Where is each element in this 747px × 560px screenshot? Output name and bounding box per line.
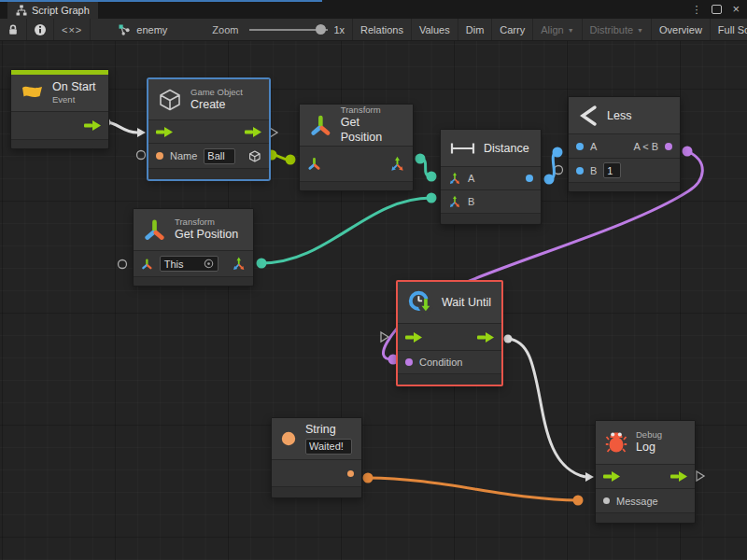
wire-getposition-to-distance-a [416,154,437,182]
node-debug-log[interactable]: Debug Log Message [595,420,696,524]
zoom-value: 1x [333,24,345,35]
target-object-field[interactable]: This [160,256,218,272]
node-get-position-mid[interactable]: Transform Get Position This [133,208,254,287]
flow-output-port[interactable] [84,120,101,131]
tab-bar: Script Graph ⋮ × [0,0,747,19]
node-title: Less [607,109,631,122]
node-on-start[interactable]: On Start Event [10,69,109,149]
node-get-position-top[interactable]: Transform Get Position [299,104,414,191]
wire-create-to-getposition [267,150,296,165]
dim-button[interactable]: Dim [458,19,493,40]
node-title: String [305,423,352,438]
node-category: Transform [341,105,403,116]
zoom-slider-handle[interactable] [316,24,326,35]
distribute-dropdown[interactable]: Distribute ▼ [583,19,652,40]
node-less[interactable]: Less A A < B B [568,96,681,192]
port-label: A [590,141,597,152]
game-object-output-port[interactable] [248,149,261,163]
flow-output-port[interactable] [477,332,494,343]
flow-input-port[interactable] [603,471,620,482]
port-label: Message [616,496,658,507]
unconnected-flow-marker[interactable] [270,128,277,137]
flow-output-port[interactable] [670,471,687,482]
unity-script-graph-window: Script Graph ⋮ × <×> [0,0,747,560]
transform-icon [309,114,332,137]
transform-input-port[interactable] [141,258,153,271]
chevron-down-icon: ▼ [637,27,643,34]
tab-title: Script Graph [32,5,90,16]
unconnected-port-marker[interactable] [137,151,146,160]
window-controls: ⋮ × [691,2,740,17]
overview-button[interactable]: Overview [652,19,711,40]
graph-reference-label[interactable]: enemy [136,24,167,35]
graph-reference-icon [119,24,131,35]
node-title: On Start [52,80,96,95]
port-label: B [468,196,474,207]
float-output-port[interactable] [526,175,533,182]
target-object-value: This [164,259,200,270]
edit-code-button[interactable]: <×> [54,19,91,40]
relations-button[interactable]: Relations [353,19,412,40]
wire-waituntil-to-debuglog [504,335,595,483]
carry-button[interactable]: Carry [492,19,533,40]
zoom-slider[interactable] [249,29,328,31]
vector3-output-port[interactable] [232,256,246,272]
node-string[interactable]: String [271,417,362,498]
game-object-icon [158,88,182,112]
inspect-button[interactable] [27,19,54,40]
window-menu-icon[interactable]: ⋮ [691,4,701,16]
lock-icon [7,23,20,36]
wire-string-to-debuglog [363,473,584,506]
fullscreen-button[interactable]: Full Screen [711,19,747,40]
node-subtitle: Event [52,94,96,105]
string-output-port[interactable] [347,470,354,477]
vector3-input-port-a[interactable] [448,172,461,185]
input-port-a[interactable] [576,143,584,150]
node-title: Wait Until [442,296,491,309]
result-label: A < B [633,141,658,152]
port-label: A [468,173,474,184]
wire-getposition-to-distance-b [257,193,437,269]
object-picker-icon[interactable] [204,259,214,269]
node-title: Get Position [341,116,403,145]
graph-toolbar: <×> enemy Zoom 1x Relations Values Dim C… [0,19,747,41]
bool-output-port[interactable] [665,143,672,150]
less-icon [578,105,599,127]
unconnected-port-marker[interactable] [119,260,127,269]
port-label: Condition [419,357,462,368]
port-label: B [590,165,597,176]
unconnected-flow-marker[interactable] [697,471,704,481]
node-title: Distance [484,142,529,155]
lock-button[interactable] [0,19,27,40]
string-icon [281,429,296,448]
message-input-port[interactable] [603,497,610,504]
string-value-field[interactable] [305,439,352,455]
maximize-icon[interactable] [712,5,722,14]
close-icon[interactable]: × [732,5,740,14]
flow-output-port[interactable] [245,127,261,137]
chevron-down-icon: ▼ [568,27,574,34]
graph-canvas[interactable]: On Start Event Game Object Create [0,41,747,560]
name-input-port[interactable] [156,152,163,160]
vector3-input-port-b[interactable] [448,195,461,208]
vector3-output-port[interactable] [389,156,405,172]
node-create[interactable]: Game Object Create Name [148,78,270,180]
node-distance[interactable]: Distance A B [440,129,542,225]
flow-input-port[interactable] [405,332,422,343]
values-button[interactable]: Values [412,19,458,40]
input-port-b[interactable] [576,167,584,175]
name-value-field[interactable] [204,148,235,164]
tab-script-graph[interactable]: Script Graph [7,2,98,19]
align-dropdown[interactable]: Align ▼ [533,19,582,40]
port-label: Name [170,150,197,161]
flow-input-port[interactable] [156,127,173,137]
b-value-field[interactable] [603,162,621,178]
node-wait-until[interactable]: Wait Until Condition [396,280,503,386]
info-icon [34,23,47,36]
node-title: Log [636,441,662,455]
code-icon: <×> [62,24,82,35]
condition-input-port[interactable] [405,358,413,366]
hierarchy-icon [16,5,27,16]
transform-input-port[interactable] [307,157,321,171]
node-category: Transform [175,217,238,228]
